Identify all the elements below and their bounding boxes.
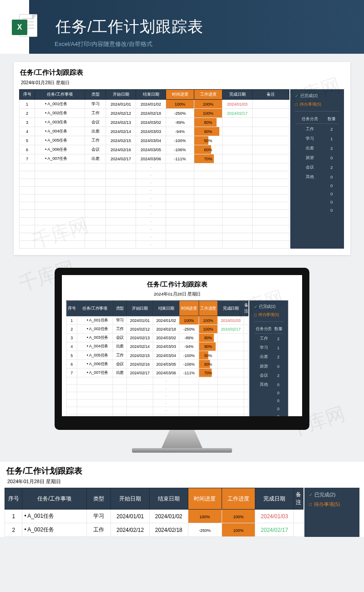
col-start: 开始日期 bbox=[111, 488, 150, 510]
check-icon: ✓ bbox=[254, 304, 258, 309]
cat-row: 学习1 bbox=[296, 134, 339, 143]
col-work-prog: 工作进度 bbox=[194, 90, 222, 100]
cat-row: 0 bbox=[296, 190, 339, 198]
cat-head-count: 数量 bbox=[274, 326, 283, 333]
table-header-row: 序号 任务/工作事项 类型 开始日期 结束日期 时间进度 工作进度 完成日期 备… bbox=[66, 301, 248, 316]
table-body: 1A_001任务学习 2024/01/012024/01/02 100% 100… bbox=[20, 100, 289, 249]
table-row[interactable] bbox=[66, 399, 248, 407]
table-row[interactable]: 2A_002任务工作 2024/02/122024/02/18 -250% 10… bbox=[66, 325, 248, 333]
spreadsheet-snippet: 任务/工作计划跟踪表 2024年01月28日 星期日 序号 任务/工作事项 类型… bbox=[0, 462, 364, 537]
cat-row: 旅游0 bbox=[255, 362, 283, 370]
cat-row: 其他0 bbox=[255, 380, 283, 388]
col-seq: 序号 bbox=[66, 301, 77, 316]
sheet-date: 2024年01月28日 星期日 bbox=[19, 79, 345, 89]
cat-row: 0 bbox=[255, 390, 283, 397]
table-body: 1A_001任务学习 2024/01/012024/01/02 100% 100… bbox=[66, 316, 248, 416]
table-row[interactable] bbox=[66, 392, 248, 399]
monitor-base bbox=[132, 448, 232, 453]
col-time-prog: 时间进度 bbox=[179, 301, 199, 316]
table-row[interactable]: 7A_007任务出差 2024/02/172024/03/06 -111% 70… bbox=[20, 154, 289, 163]
cat-row: 出差2 bbox=[255, 353, 283, 361]
table-row[interactable]: 1A_001任务学习 2024/01/012024/01/02 100% 100… bbox=[66, 316, 248, 325]
table-row[interactable]: 2A_002任务工作 2024/02/122024/02/18 -250% 10… bbox=[5, 523, 303, 537]
cat-row: 0 bbox=[255, 398, 283, 404]
monitor-screen: 千库网 千库网 任务/工作计划跟踪表 2024年01月28日 星期日 序号 任务… bbox=[62, 275, 302, 416]
cat-row: 工作2 bbox=[255, 335, 283, 343]
panel-divider bbox=[295, 111, 339, 112]
sheet-title: 任务/工作计划跟踪表 bbox=[66, 279, 288, 291]
col-done: 完成日期 bbox=[222, 90, 253, 100]
col-type: 类型 bbox=[85, 90, 106, 100]
table-row[interactable] bbox=[20, 179, 289, 187]
col-seq: 序号 bbox=[20, 90, 35, 100]
table-row[interactable] bbox=[20, 210, 289, 218]
table-row[interactable]: 4A_004任务出差 2024/02/142024/03/03 -94% 90% bbox=[66, 342, 248, 351]
col-note: 备注 bbox=[244, 301, 248, 316]
task-table[interactable]: 序号 任务/工作事项 类型 开始日期 结束日期 时间进度 工作进度 完成日期 备… bbox=[66, 301, 249, 416]
table-body-snippet: 1A_001任务学习 2024/01/012024/01/02 100% 100… bbox=[5, 510, 303, 537]
table-row[interactable] bbox=[66, 414, 248, 416]
category-table: 任务分类数量 工作2学习1出差2旅游0会议2其他00000 bbox=[295, 115, 339, 215]
cat-row: 0 bbox=[296, 207, 339, 214]
cat-row: 学习1 bbox=[255, 344, 283, 352]
table-row[interactable] bbox=[20, 225, 289, 233]
sheet-date: 2024年01月28日 星期日 bbox=[66, 291, 288, 301]
square-icon: ◻ bbox=[295, 102, 298, 107]
table-row[interactable] bbox=[66, 407, 248, 414]
cat-row: 其他0 bbox=[296, 173, 339, 181]
cat-row: 工作2 bbox=[296, 125, 339, 133]
sheet-title: 任务/工作计划跟踪表 bbox=[5, 464, 359, 477]
cat-row: 会议2 bbox=[255, 371, 283, 379]
category-table: 任务分类数量 工作2学习1出差2旅游0会议2其他00000 bbox=[254, 325, 284, 416]
table-row[interactable]: 2A_002任务工作 2024/02/122024/02/18 -250% 10… bbox=[20, 109, 289, 118]
table-row[interactable]: 1A_001任务学习 2024/01/012024/01/02 100% 100… bbox=[5, 510, 303, 523]
status-todo: ◻待办事项(5) bbox=[295, 102, 339, 107]
table-row[interactable] bbox=[66, 384, 248, 392]
col-type: 类型 bbox=[87, 488, 111, 510]
spreadsheet-preview-card: 千库网 千库网 任务/工作计划跟踪表 2024年01月28日 星期日 序号 任务… bbox=[62, 275, 293, 416]
table-row[interactable]: 7A_007任务出差 2024/02/172024/03/06 -111% 70… bbox=[66, 368, 248, 377]
cat-row: 会议2 bbox=[296, 163, 339, 172]
table-row[interactable]: 3A_003任务会议 2024/02/132024/03/02 -89% 80% bbox=[66, 333, 248, 342]
cat-body: 工作2学习1出差2旅游0会议2其他00000 bbox=[255, 335, 283, 416]
table-row[interactable] bbox=[20, 187, 289, 194]
table-row[interactable] bbox=[20, 218, 289, 225]
cat-head-name: 任务分类 bbox=[255, 326, 273, 333]
table-row[interactable]: 5A_005任务工作 2024/02/152024/03/04 -100% 50… bbox=[66, 351, 248, 360]
col-note: 备注 bbox=[293, 488, 303, 510]
table-row[interactable]: 6A_006任务会议 2024/02/162024/03/05 -106% 60… bbox=[66, 360, 248, 368]
table-row[interactable] bbox=[20, 171, 289, 179]
table-row[interactable] bbox=[20, 194, 289, 202]
col-start: 开始日期 bbox=[127, 301, 153, 316]
table-row[interactable] bbox=[66, 377, 248, 384]
table-header-row: 序号 任务/工作事项 类型 开始日期 结束日期 时间进度 工作进度 完成日期 备… bbox=[20, 90, 289, 100]
task-table-snippet[interactable]: 序号 任务/工作事项 类型 开始日期 结束日期 时间进度 工作进度 完成日期 备… bbox=[5, 488, 303, 537]
table-row[interactable]: 1A_001任务学习 2024/01/012024/01/02 100% 100… bbox=[20, 100, 289, 109]
table-row[interactable]: 6A_006任务会议 2024/02/162024/03/05 -106% 60… bbox=[20, 145, 289, 154]
status-todo: ◻待办事项(5) bbox=[309, 501, 355, 508]
status-done: ✓已完成(2) bbox=[254, 304, 284, 309]
col-end: 结束日期 bbox=[149, 488, 188, 510]
panel-divider bbox=[254, 322, 284, 322]
col-start: 开始日期 bbox=[106, 90, 136, 100]
table-row[interactable]: 3A_003任务会议 2024/02/132024/03/02 -89% 80% bbox=[20, 118, 289, 127]
table-row[interactable] bbox=[20, 163, 289, 171]
square-icon: ◻ bbox=[309, 502, 312, 506]
product-header: X 任务/工作计划跟踪表 Excel/A4打印/内容随意修改/自带格式 bbox=[0, 0, 364, 54]
col-done: 完成日期 bbox=[217, 301, 244, 316]
table-row[interactable] bbox=[20, 202, 289, 210]
table-row[interactable]: 4A_004任务出差 2024/02/142024/03/03 -94% 90% bbox=[20, 127, 289, 136]
col-task: 任务/工作事项 bbox=[77, 301, 113, 316]
table-row[interactable] bbox=[20, 241, 289, 249]
cat-head-name: 任务分类 bbox=[296, 116, 324, 124]
task-table[interactable]: 序号 任务/工作事项 类型 开始日期 结束日期 时间进度 工作进度 完成日期 备… bbox=[19, 89, 289, 249]
status-done: ✓已完成(2) bbox=[309, 491, 355, 498]
sheet-date: 2024年01月28日 星期日 bbox=[5, 477, 359, 488]
square-icon: ◻ bbox=[254, 313, 257, 317]
table-row[interactable]: 5A_005任务工作 2024/02/152024/03/04 -100% 50… bbox=[20, 136, 289, 145]
col-time-prog: 时间进度 bbox=[166, 90, 194, 100]
table-row[interactable] bbox=[20, 233, 289, 241]
cat-body: 工作2学习1出差2旅游0会议2其他00000 bbox=[296, 125, 339, 214]
col-end: 结束日期 bbox=[136, 90, 166, 100]
cat-row: 0 bbox=[296, 182, 339, 189]
